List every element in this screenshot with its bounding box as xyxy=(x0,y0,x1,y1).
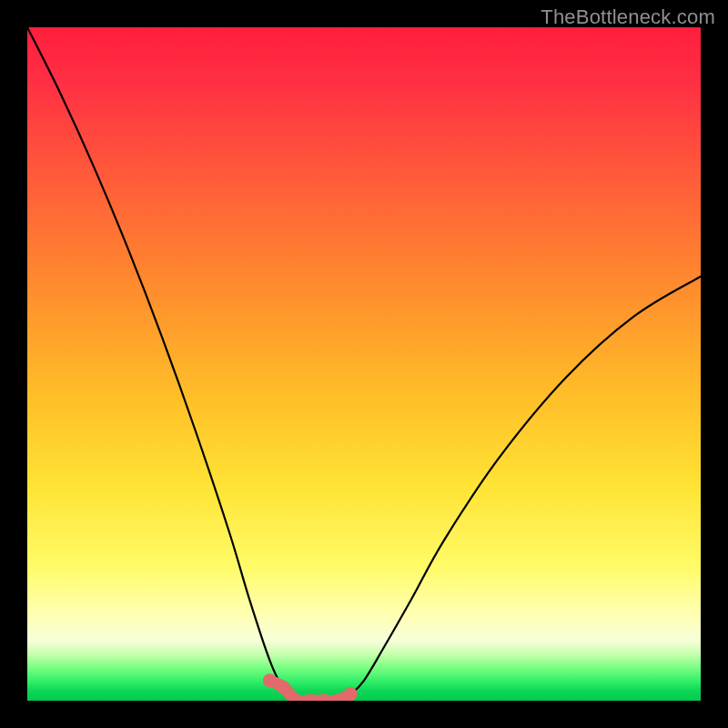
bottleneck-curve xyxy=(27,27,701,701)
highlight-dot xyxy=(344,687,358,701)
curve-overlay xyxy=(27,27,701,701)
watermark-text: TheBottleneck.com xyxy=(541,5,715,29)
highlight-dot xyxy=(277,681,290,694)
plot-area xyxy=(27,27,701,701)
highlight-dot xyxy=(263,673,277,687)
chart-frame: TheBottleneck.com xyxy=(0,0,728,728)
